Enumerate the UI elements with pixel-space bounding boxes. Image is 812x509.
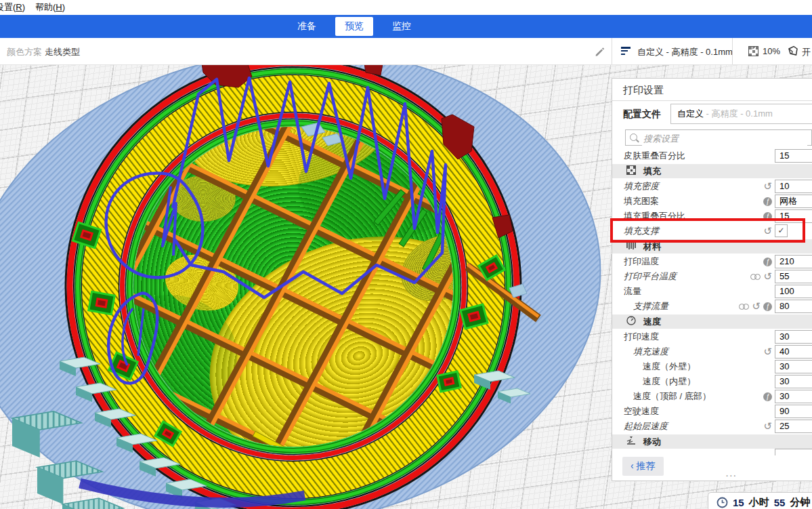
setting-label: 打印平台温度 bbox=[624, 269, 677, 284]
setting-row-infill-density[interactable]: 填充密度 ↺ 10 bbox=[612, 179, 812, 194]
print-settings-panel: 打印设置 配置文件 自定义 - 高精度 - 0.1mm 皮肤重叠百分比 15 填… bbox=[612, 78, 812, 481]
color-scheme-label[interactable]: 颜色方案 bbox=[7, 46, 42, 58]
panel-title: 打印设置 bbox=[612, 79, 812, 101]
speed-icon bbox=[626, 316, 636, 327]
time-hours: 15 bbox=[733, 497, 744, 508]
recommended-mode-button[interactable]: ‹ 推荐 bbox=[622, 457, 664, 476]
setting-label: 填充密度 bbox=[624, 179, 659, 194]
partial-setting-box bbox=[775, 449, 812, 455]
setting-label: 支撑流量 bbox=[633, 299, 668, 314]
setting-label: 速度（外壁） bbox=[643, 359, 696, 374]
setting-value[interactable]: 210 bbox=[775, 255, 812, 268]
setting-row-bed-temp[interactable]: 打印平台温度 ↺ 55 bbox=[612, 269, 812, 284]
setting-value[interactable]: 90 bbox=[775, 405, 812, 418]
setting-label: 空驶速度 bbox=[624, 404, 659, 419]
search-box[interactable] bbox=[625, 129, 812, 146]
toolbar-divider bbox=[732, 38, 733, 64]
search-input[interactable] bbox=[642, 131, 807, 146]
link-icon bbox=[739, 303, 749, 310]
setting-value[interactable]: 30 bbox=[775, 390, 812, 403]
reset-icon[interactable]: ↺ bbox=[763, 182, 772, 192]
reset-icon[interactable]: ↺ bbox=[763, 422, 772, 432]
menu-help[interactable]: 帮助(H) bbox=[35, 1, 65, 14]
stage-tabs: 准备 预览 监控 bbox=[288, 15, 421, 38]
line-type-dropdown[interactable]: 走线类型 bbox=[45, 46, 80, 58]
setting-label: 起始层速度 bbox=[624, 419, 668, 434]
infill-density-icon bbox=[748, 46, 758, 59]
highlight-annotation bbox=[610, 218, 805, 243]
setting-row-infill-pattern[interactable]: 填充图案 ƒ 网格 bbox=[612, 194, 812, 209]
time-minutes: 55 bbox=[774, 497, 786, 508]
profile-label: 配置文件 bbox=[623, 108, 661, 121]
setting-label: 打印速度 bbox=[624, 329, 659, 344]
profile-detail: - 高精度 - 0.1mm bbox=[704, 108, 773, 119]
tab-preview[interactable]: 预览 bbox=[335, 17, 373, 36]
profile-name: 自定义 bbox=[677, 108, 704, 119]
setting-row-travel-speed[interactable]: 空驶速度 90 bbox=[612, 404, 812, 419]
setting-value[interactable]: 30 bbox=[775, 360, 812, 373]
time-hours-unit: 小时 bbox=[749, 496, 769, 509]
reset-icon[interactable]: ↺ bbox=[763, 347, 772, 357]
profile-dropdown[interactable]: 自定义 - 高精度 - 0.1mm bbox=[670, 104, 812, 124]
setting-label: 速度（顶部 / 底部） bbox=[633, 389, 711, 404]
print-time-estimate[interactable]: 15 小时 55 分钟 bbox=[708, 492, 812, 509]
setting-value[interactable]: 30 bbox=[775, 375, 812, 388]
menu-settings[interactable]: 设置(R) bbox=[0, 1, 25, 14]
setting-value-dropdown[interactable]: 网格 bbox=[775, 195, 812, 208]
profile-summary[interactable]: 自定义 - 高精度 - 0.1mm bbox=[637, 46, 733, 58]
setting-value[interactable]: 100 bbox=[775, 285, 812, 298]
travel-icon bbox=[626, 436, 636, 447]
settings-list: 皮肤重叠百分比 15 填充 填充密度 ↺ 10 填充图案 ƒ 网格 填充重叠百分… bbox=[612, 148, 812, 449]
tab-monitor[interactable]: 监控 bbox=[383, 17, 421, 36]
section-header-travel[interactable]: 移动 bbox=[612, 434, 812, 449]
setting-row-flow[interactable]: 流量 100 bbox=[612, 284, 812, 299]
setting-row-support-flow[interactable]: 支撑流量 ↺ƒ 80 bbox=[612, 299, 812, 314]
setting-value[interactable]: 55 bbox=[775, 270, 812, 283]
pencil-icon[interactable] bbox=[595, 46, 605, 59]
reset-icon[interactable]: ↺ bbox=[752, 302, 761, 312]
setting-row-print-temp[interactable]: 打印温度 ƒ 210 bbox=[612, 254, 812, 269]
section-header-speed[interactable]: 速度 bbox=[612, 314, 812, 329]
setting-label: 填充速度 bbox=[633, 344, 668, 359]
setting-value[interactable]: 30 bbox=[775, 330, 812, 344]
setting-row-print-speed[interactable]: 打印速度 30 bbox=[612, 329, 812, 344]
setting-value[interactable]: 25 bbox=[775, 420, 812, 433]
support-icon bbox=[788, 45, 798, 59]
section-label: 速度 bbox=[643, 316, 661, 328]
menu-bar: 设置(R) 帮助(H) bbox=[0, 0, 812, 15]
tab-prepare[interactable]: 准备 bbox=[288, 17, 326, 36]
setting-label: 流量 bbox=[624, 284, 641, 299]
formula-icon: ƒ bbox=[763, 258, 772, 266]
reset-icon[interactable]: ↺ bbox=[763, 272, 772, 282]
setting-value[interactable]: 40 bbox=[775, 345, 812, 359]
chevron-left-icon: ‹ bbox=[631, 460, 634, 471]
setting-value[interactable]: 15 bbox=[775, 149, 812, 163]
section-header-infill[interactable]: 填充 bbox=[612, 164, 812, 178]
setting-value[interactable]: 10 bbox=[775, 180, 812, 193]
section-label: 移动 bbox=[643, 436, 661, 448]
link-icon bbox=[750, 273, 761, 280]
formula-icon: ƒ bbox=[763, 392, 772, 401]
setting-value[interactable]: 80 bbox=[775, 300, 812, 313]
setting-label: 填充图案 bbox=[624, 194, 659, 209]
support-state-value[interactable]: 开 bbox=[802, 46, 811, 58]
infill-icon bbox=[626, 165, 636, 177]
panel-resize-handle[interactable]: ··· bbox=[726, 472, 738, 480]
setting-label: 速度（内壁） bbox=[643, 374, 696, 389]
setting-row-skin-overlap[interactable]: 皮肤重叠百分比 15 bbox=[612, 148, 812, 163]
setting-row-inner-wall-speed[interactable]: 速度（内壁） 30 bbox=[612, 374, 812, 389]
profile-sliders-icon bbox=[621, 47, 631, 56]
setting-row-infill-speed[interactable]: 填充速度 ↺ 40 bbox=[612, 344, 812, 359]
clock-icon bbox=[717, 497, 728, 508]
setting-row-outer-wall-speed[interactable]: 速度（外壁） 30 bbox=[612, 359, 812, 374]
formula-icon: ƒ bbox=[763, 302, 772, 311]
setting-label: 皮肤重叠百分比 bbox=[624, 148, 685, 163]
infill-percent-value[interactable]: 10% bbox=[763, 46, 780, 56]
view-toolbar: 颜色方案 走线类型 自定义 - 高精度 - 0.1mm 10% 开 bbox=[0, 38, 812, 65]
setting-label: 打印温度 bbox=[624, 254, 659, 269]
formula-icon: ƒ bbox=[763, 197, 772, 206]
section-label: 填充 bbox=[643, 165, 661, 178]
stage-bar: 准备 预览 监控 bbox=[0, 15, 812, 38]
setting-row-topbottom-speed[interactable]: 速度（顶部 / 底部） ƒ 30 bbox=[612, 389, 812, 404]
setting-row-initial-layer-speed[interactable]: 起始层速度 ↺ 25 bbox=[612, 419, 812, 434]
